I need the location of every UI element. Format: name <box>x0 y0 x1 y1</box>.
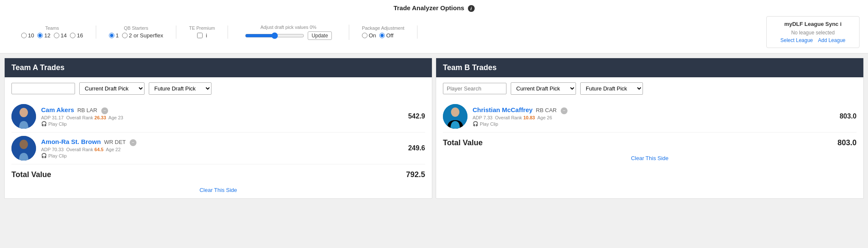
select-league-link[interactable]: Select League <box>780 37 813 43</box>
team-a-clear-button[interactable]: Clear This Side <box>200 187 237 193</box>
qb-1-label: 1 <box>116 32 119 39</box>
team-b-future-draft-select[interactable]: Future Draft Pick 2023 Round 1 2023 Roun… <box>580 82 643 95</box>
team-a-panel: Team A Trades Current Draft Pick 2022 Ro… <box>4 58 432 199</box>
teams-14-label: 14 <box>61 32 67 39</box>
teams-14-radio[interactable] <box>54 33 59 38</box>
mydlf-info-icon[interactable]: i <box>840 21 842 27</box>
teams-12-option[interactable]: 12 <box>37 32 50 39</box>
cam-akers-name[interactable]: Cam Akers <box>41 106 74 113</box>
add-league-link[interactable]: Add League <box>818 37 846 43</box>
cam-akers-play-clip[interactable]: 🎧 Play Clip <box>41 121 400 127</box>
cam-akers-play-clip-label[interactable]: Play Clip <box>48 121 67 127</box>
teams-option-group: Teams 10 12 14 16 <box>8 25 96 39</box>
teams-12-label: 12 <box>44 32 50 39</box>
amon-ra-adp: 70.33 <box>52 147 64 152</box>
team-b-clear-link: Clear This Side <box>443 155 857 161</box>
team-a-search-input[interactable] <box>11 83 75 94</box>
amon-ra-name[interactable]: Amon-Ra St. Brown <box>41 138 101 145</box>
team-b-total-value: 803.0 <box>837 138 857 147</box>
team-b-body: Current Draft Pick 2022 Round 1 2022 Rou… <box>436 77 863 166</box>
qb-superflex-radio[interactable] <box>122 33 128 38</box>
teams-10-option[interactable]: 10 <box>21 32 34 39</box>
draft-pick-adjust-group: Adjust draft pick values 0% Update <box>228 25 349 40</box>
team-a-body: Current Draft Pick 2022 Round 1 2022 Rou… <box>5 77 432 198</box>
amon-ra-age: 22 <box>115 147 120 152</box>
cam-akers-position: RB LAR <box>77 107 97 113</box>
cam-akers-value: 542.9 <box>400 113 425 120</box>
team-b-current-draft-select[interactable]: Current Draft Pick 2022 Round 1 2022 Rou… <box>511 82 576 95</box>
te-premium-info-icon[interactable]: i <box>206 32 207 39</box>
team-b-player-row: Christian McCaffrey RB CAR − ADP 7.33 Ov… <box>443 101 857 132</box>
package-on-label: On <box>369 32 376 39</box>
qb-superflex-label: 2 or Superflex <box>129 32 163 39</box>
team-a-future-draft-select[interactable]: Future Draft Pick 2023 Round 1 2023 Roun… <box>149 82 211 95</box>
te-premium-checkbox[interactable] <box>197 33 203 38</box>
christian-adp: 7.33 <box>483 115 492 120</box>
team-b-total-row: Total Value 803.0 <box>443 132 857 151</box>
amon-ra-overall-rank: 64.5 <box>95 147 103 152</box>
trade-analyzer-info-icon[interactable]: i <box>468 5 475 12</box>
package-off-option[interactable]: Off <box>379 32 393 39</box>
update-button[interactable]: Update <box>308 31 332 40</box>
draft-pick-label: Adjust draft pick values 0% <box>260 25 316 30</box>
amon-ra-play-clip-label[interactable]: Play Clip <box>48 153 67 158</box>
qb-1-option[interactable]: 1 <box>109 32 119 39</box>
svg-point-5 <box>451 107 459 117</box>
package-adjustment-radio-row: On Off <box>362 32 393 39</box>
teams-label: Teams <box>21 25 83 31</box>
draft-pick-slider[interactable] <box>245 32 304 39</box>
title-text: Trade Analyzer Options <box>393 4 464 11</box>
christian-meta: ADP 7.33 Overall Rank 10.83 Age 26 <box>473 115 831 120</box>
christian-info: Christian McCaffrey RB CAR − ADP 7.33 Ov… <box>473 106 831 127</box>
qb-starters-label: QB Starters <box>109 25 163 31</box>
qb-superflex-option[interactable]: 2 or Superflex <box>122 32 163 39</box>
mydlf-links: Select League Add League <box>775 37 851 43</box>
qb-starters-option-group: QB Starters 1 2 or Superflex <box>96 25 176 39</box>
team-a-total-row: Total Value 792.5 <box>11 164 425 183</box>
amon-ra-avatar <box>11 136 36 161</box>
mydlf-title-text: myDLF League Sync <box>784 21 838 27</box>
team-b-search-input[interactable] <box>443 83 506 94</box>
draft-pick-slider-row: Update <box>245 31 332 40</box>
teams-12-radio[interactable] <box>37 33 43 38</box>
teams-16-radio[interactable] <box>70 33 75 38</box>
team-b-total-label: Total Value <box>443 138 483 147</box>
amon-ra-position: WR DET <box>104 139 125 145</box>
cam-akers-remove-btn[interactable]: − <box>101 107 108 114</box>
teams-16-option[interactable]: 16 <box>70 32 83 39</box>
amon-ra-remove-btn[interactable]: − <box>130 139 136 146</box>
teams-10-label: 10 <box>28 32 34 39</box>
christian-name[interactable]: Christian McCaffrey <box>473 106 533 113</box>
te-premium-option-group: TE Premium i <box>176 25 228 39</box>
amon-ra-play-clip[interactable]: 🎧 Play Clip <box>41 153 400 158</box>
teams-10-radio[interactable] <box>21 33 27 38</box>
team-a-current-draft-select[interactable]: Current Draft Pick 2022 Round 1 2022 Rou… <box>79 82 145 95</box>
package-off-radio[interactable] <box>379 33 385 38</box>
team-b-header: Team B Trades <box>436 58 863 77</box>
svg-point-1 <box>19 108 28 117</box>
mydlf-sync-box: myDLF League Sync i No league selected S… <box>766 16 860 48</box>
team-a-total-value: 792.5 <box>406 170 425 179</box>
team-a-player-row-2: Amon-Ra St. Brown WR DET − ADP 70.33 Ove… <box>11 132 425 164</box>
package-on-radio[interactable] <box>362 33 367 38</box>
header-options: Teams 10 12 14 16 QB Starters <box>8 16 860 48</box>
package-off-label: Off <box>386 32 393 39</box>
team-b-filter-row: Current Draft Pick 2022 Round 1 2022 Rou… <box>443 82 857 95</box>
team-b-clear-button[interactable]: Clear This Side <box>631 155 669 161</box>
cam-akers-adp: 31.17 <box>52 115 64 120</box>
header-title: Trade Analyzer Options i <box>8 4 860 12</box>
teams-14-option[interactable]: 14 <box>54 32 67 39</box>
qb-1-radio[interactable] <box>109 33 114 38</box>
christian-remove-btn[interactable]: − <box>561 107 568 114</box>
cam-akers-age: 23 <box>118 115 123 120</box>
christian-play-clip-label[interactable]: Play Clip <box>480 121 498 127</box>
headphone-icon-2: 🎧 <box>41 153 47 158</box>
cam-akers-avatar <box>11 104 36 129</box>
headphone-icon: 🎧 <box>41 121 47 127</box>
teams-16-label: 16 <box>77 32 83 39</box>
headphone-icon-3: 🎧 <box>473 121 479 127</box>
amon-ra-info: Amon-Ra St. Brown WR DET − ADP 70.33 Ove… <box>41 138 400 158</box>
package-on-option[interactable]: On <box>362 32 376 39</box>
christian-play-clip[interactable]: 🎧 Play Clip <box>473 121 831 127</box>
te-premium-row: i <box>197 32 207 39</box>
